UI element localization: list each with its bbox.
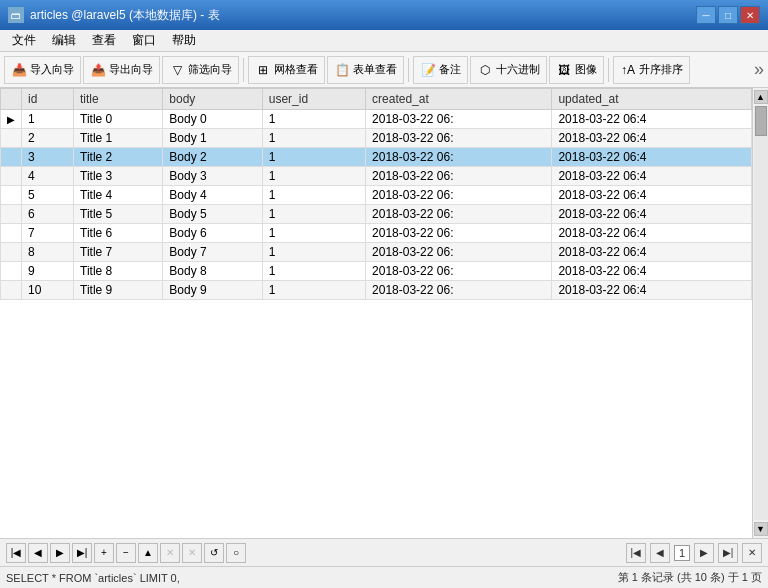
cell-user_id[interactable]: 1 bbox=[262, 167, 365, 186]
cell-created_at[interactable]: 2018-03-22 06: bbox=[366, 243, 552, 262]
cell-title[interactable]: Title 3 bbox=[74, 167, 163, 186]
nav-add-button[interactable]: + bbox=[94, 543, 114, 563]
maximize-button[interactable]: □ bbox=[718, 6, 738, 24]
table-row[interactable]: 6Title 5Body 512018-03-22 06:2018-03-22 … bbox=[1, 205, 752, 224]
cell-id[interactable]: 5 bbox=[22, 186, 74, 205]
image-button[interactable]: 🖼 图像 bbox=[549, 56, 604, 84]
cell-id[interactable]: 6 bbox=[22, 205, 74, 224]
cell-body[interactable]: Body 9 bbox=[163, 281, 262, 300]
cell-created_at[interactable]: 2018-03-22 06: bbox=[366, 262, 552, 281]
menu-help[interactable]: 帮助 bbox=[164, 30, 204, 51]
cell-updated_at[interactable]: 2018-03-22 06:4 bbox=[552, 243, 752, 262]
import-wizard-button[interactable]: 📥 导入向导 bbox=[4, 56, 81, 84]
cell-updated_at[interactable]: 2018-03-22 06:4 bbox=[552, 262, 752, 281]
cell-user_id[interactable]: 1 bbox=[262, 110, 365, 129]
nav-up-button[interactable]: ▲ bbox=[138, 543, 158, 563]
col-header-updated-at[interactable]: updated_at bbox=[552, 89, 752, 110]
form-view-button[interactable]: 📋 表单查看 bbox=[327, 56, 404, 84]
page-last-button[interactable]: ▶| bbox=[718, 543, 738, 563]
cell-updated_at[interactable]: 2018-03-22 06:4 bbox=[552, 205, 752, 224]
table-row[interactable]: 3Title 2Body 212018-03-22 06:2018-03-22 … bbox=[1, 148, 752, 167]
cell-title[interactable]: Title 4 bbox=[74, 186, 163, 205]
hex-button[interactable]: ⬡ 十六进制 bbox=[470, 56, 547, 84]
cell-user_id[interactable]: 1 bbox=[262, 224, 365, 243]
nav-delete-button[interactable]: − bbox=[116, 543, 136, 563]
cell-title[interactable]: Title 7 bbox=[74, 243, 163, 262]
page-next-button[interactable]: ▶ bbox=[694, 543, 714, 563]
cell-user_id[interactable]: 1 bbox=[262, 186, 365, 205]
cell-created_at[interactable]: 2018-03-22 06: bbox=[366, 281, 552, 300]
cell-updated_at[interactable]: 2018-03-22 06:4 bbox=[552, 224, 752, 243]
cell-body[interactable]: Body 7 bbox=[163, 243, 262, 262]
notes-button[interactable]: 📝 备注 bbox=[413, 56, 468, 84]
cell-body[interactable]: Body 2 bbox=[163, 148, 262, 167]
table-row[interactable]: 4Title 3Body 312018-03-22 06:2018-03-22 … bbox=[1, 167, 752, 186]
vertical-scrollbar[interactable]: ▲ ▼ bbox=[752, 88, 768, 538]
cell-body[interactable]: Body 8 bbox=[163, 262, 262, 281]
cell-title[interactable]: Title 0 bbox=[74, 110, 163, 129]
cell-id[interactable]: 10 bbox=[22, 281, 74, 300]
grid-view-button[interactable]: ⊞ 网格查看 bbox=[248, 56, 325, 84]
table-row[interactable]: 2Title 1Body 112018-03-22 06:2018-03-22 … bbox=[1, 129, 752, 148]
page-number[interactable]: 1 bbox=[674, 545, 690, 561]
cell-user_id[interactable]: 1 bbox=[262, 129, 365, 148]
cell-title[interactable]: Title 9 bbox=[74, 281, 163, 300]
cell-title[interactable]: Title 2 bbox=[74, 148, 163, 167]
cell-created_at[interactable]: 2018-03-22 06: bbox=[366, 110, 552, 129]
col-header-created-at[interactable]: created_at bbox=[366, 89, 552, 110]
table-row[interactable]: 10Title 9Body 912018-03-22 06:2018-03-22… bbox=[1, 281, 752, 300]
export-wizard-button[interactable]: 📤 导出向导 bbox=[83, 56, 160, 84]
cell-user_id[interactable]: 1 bbox=[262, 262, 365, 281]
col-header-id[interactable]: id bbox=[22, 89, 74, 110]
menu-file[interactable]: 文件 bbox=[4, 30, 44, 51]
cell-id[interactable]: 7 bbox=[22, 224, 74, 243]
minimize-button[interactable]: ─ bbox=[696, 6, 716, 24]
close-button[interactable]: ✕ bbox=[740, 6, 760, 24]
filter-wizard-button[interactable]: ▽ 筛选向导 bbox=[162, 56, 239, 84]
nav-last-button[interactable]: ▶| bbox=[72, 543, 92, 563]
sort-asc-button[interactable]: ↑A 升序排序 bbox=[613, 56, 690, 84]
nav-clear-button[interactable]: ○ bbox=[226, 543, 246, 563]
table-row[interactable]: 7Title 6Body 612018-03-22 06:2018-03-22 … bbox=[1, 224, 752, 243]
cell-updated_at[interactable]: 2018-03-22 06:4 bbox=[552, 186, 752, 205]
cell-updated_at[interactable]: 2018-03-22 06:4 bbox=[552, 167, 752, 186]
cell-title[interactable]: Title 6 bbox=[74, 224, 163, 243]
menu-edit[interactable]: 编辑 bbox=[44, 30, 84, 51]
col-header-body[interactable]: body bbox=[163, 89, 262, 110]
table-scroll[interactable]: id title body user_id created_at updated… bbox=[0, 88, 752, 538]
cell-user_id[interactable]: 1 bbox=[262, 148, 365, 167]
scroll-thumb[interactable] bbox=[755, 106, 767, 136]
cell-updated_at[interactable]: 2018-03-22 06:4 bbox=[552, 281, 752, 300]
nav-refresh-button[interactable]: ↺ bbox=[204, 543, 224, 563]
col-header-user-id[interactable]: user_id bbox=[262, 89, 365, 110]
cell-title[interactable]: Title 5 bbox=[74, 205, 163, 224]
cell-title[interactable]: Title 8 bbox=[74, 262, 163, 281]
cell-user_id[interactable]: 1 bbox=[262, 243, 365, 262]
cell-id[interactable]: 3 bbox=[22, 148, 74, 167]
cell-created_at[interactable]: 2018-03-22 06: bbox=[366, 186, 552, 205]
scroll-down-button[interactable]: ▼ bbox=[754, 522, 768, 536]
page-close-button[interactable]: ✕ bbox=[742, 543, 762, 563]
menu-view[interactable]: 查看 bbox=[84, 30, 124, 51]
cell-body[interactable]: Body 3 bbox=[163, 167, 262, 186]
table-row[interactable]: 8Title 7Body 712018-03-22 06:2018-03-22 … bbox=[1, 243, 752, 262]
cell-body[interactable]: Body 6 bbox=[163, 224, 262, 243]
cell-body[interactable]: Body 0 bbox=[163, 110, 262, 129]
cell-body[interactable]: Body 5 bbox=[163, 205, 262, 224]
cell-updated_at[interactable]: 2018-03-22 06:4 bbox=[552, 110, 752, 129]
cell-created_at[interactable]: 2018-03-22 06: bbox=[366, 148, 552, 167]
cell-updated_at[interactable]: 2018-03-22 06:4 bbox=[552, 148, 752, 167]
scroll-up-button[interactable]: ▲ bbox=[754, 90, 768, 104]
cell-created_at[interactable]: 2018-03-22 06: bbox=[366, 224, 552, 243]
nav-prev-button[interactable]: ◀ bbox=[28, 543, 48, 563]
cell-user_id[interactable]: 1 bbox=[262, 281, 365, 300]
cell-created_at[interactable]: 2018-03-22 06: bbox=[366, 205, 552, 224]
menu-window[interactable]: 窗口 bbox=[124, 30, 164, 51]
cell-user_id[interactable]: 1 bbox=[262, 205, 365, 224]
cell-id[interactable]: 9 bbox=[22, 262, 74, 281]
nav-first-button[interactable]: |◀ bbox=[6, 543, 26, 563]
cell-id[interactable]: 2 bbox=[22, 129, 74, 148]
table-row[interactable]: 9Title 8Body 812018-03-22 06:2018-03-22 … bbox=[1, 262, 752, 281]
cell-created_at[interactable]: 2018-03-22 06: bbox=[366, 129, 552, 148]
table-row[interactable]: 5Title 4Body 412018-03-22 06:2018-03-22 … bbox=[1, 186, 752, 205]
